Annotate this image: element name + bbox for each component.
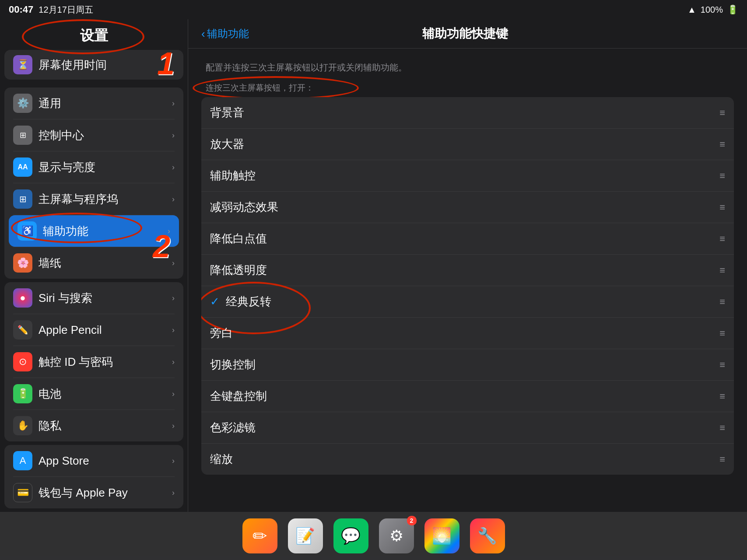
right-header: ‹ 辅助功能 辅助功能快捷键 <box>188 19 747 49</box>
switch-control-drag[interactable]: ≡ <box>719 359 725 371</box>
color-filter-drag[interactable]: ≡ <box>719 422 725 434</box>
rotor-label: 旁白 <box>210 326 719 341</box>
privacy-chevron: › <box>172 421 175 430</box>
home-label: 主屏幕与程序坞 <box>39 192 118 207</box>
battery-label-item: 电池 <box>39 386 61 402</box>
sidebar-item-wallpaper[interactable]: 🌸 墙纸 › <box>4 247 183 279</box>
general-icon: ⚙️ <box>13 94 32 113</box>
bg-sound-drag[interactable]: ≡ <box>719 107 725 119</box>
wallpaper-chevron: › <box>172 259 175 268</box>
display-chevron: › <box>172 163 175 172</box>
accessibility-icon: ♿ <box>18 221 37 241</box>
sidebar-group-1: ⚙️ 通用 › ⊞ 控制中心 › AA 显示与亮度 › ⊞ <box>4 88 183 279</box>
notes-app-icon: 📝 <box>295 527 315 545</box>
sidebar-item-home[interactable]: ⊞ 主屏幕与程序坞 › <box>4 183 183 215</box>
dock-pencil-app[interactable]: ✏ <box>242 518 277 553</box>
back-button[interactable]: ‹ 辅助功能 <box>201 27 249 41</box>
reduce-transparency-drag[interactable]: ≡ <box>719 265 725 276</box>
toolkit-app-icon: 🔧 <box>477 527 497 545</box>
sidebar-item-appstore[interactable]: A App Store › <box>4 445 183 476</box>
sidebar-item-applepencil[interactable]: ✏️ Apple Pencil › <box>4 314 183 346</box>
settings-row-switch-control[interactable]: 切换控制 ≡ <box>201 349 734 381</box>
settings-row-bg-sound[interactable]: 背景音 ≡ <box>201 97 734 129</box>
sidebar-item-general[interactable]: ⚙️ 通用 › <box>4 88 183 119</box>
wallpaper-label: 墙纸 <box>39 256 61 271</box>
full-keyboard-label: 全键盘控制 <box>210 388 719 404</box>
battery-icon-item: 🔋 <box>13 384 32 403</box>
battery-label: 100% <box>701 5 723 15</box>
dock-photos-app[interactable]: 🌅 <box>424 518 459 553</box>
sidebar-title: 设置 <box>9 26 179 46</box>
sidebar: 设置 1 ⏳ 屏幕使用时间 ⚙️ 通用 › ⊞ 控制中心 <box>0 19 188 512</box>
display-icon: AA <box>13 158 32 177</box>
wallet-chevron: › <box>172 488 175 497</box>
touchid-label: 触控 ID 与密码 <box>39 354 113 370</box>
wifi-icon: ▲ <box>687 5 696 15</box>
privacy-icon: ✋ <box>13 416 32 435</box>
settings-row-reduce-white[interactable]: 降低白点值 ≡ <box>201 223 734 255</box>
settings-app-icon: ⚙ <box>389 527 403 545</box>
reduce-motion-label: 减弱动态效果 <box>210 200 719 215</box>
sidebar-item-accessibility[interactable]: ♿ 辅助功能 › 2 <box>9 215 179 247</box>
rotor-drag[interactable]: ≡ <box>719 328 725 339</box>
settings-row-magnifier[interactable]: 放大器 ≡ <box>201 129 734 160</box>
settings-badge: 2 <box>407 516 417 525</box>
status-bar: 00:47 12月17日周五 ▲ 100% 🔋 <box>0 0 747 19</box>
assistive-touch-drag[interactable]: ≡ <box>719 170 725 182</box>
settings-row-color-filter[interactable]: 色彩滤镜 ≡ <box>201 412 734 444</box>
appstore-icon: A <box>13 451 32 470</box>
back-chevron-icon: ‹ <box>201 27 205 41</box>
control-icon: ⊞ <box>13 126 32 145</box>
zoom-label: 缩放 <box>210 452 719 467</box>
status-time: 00:47 <box>9 4 33 15</box>
siri-label: Siri 与搜索 <box>39 290 92 306</box>
privacy-label: 隐私 <box>39 418 61 434</box>
classic-invert-drag[interactable]: ≡ <box>719 296 725 308</box>
dock-toolkit-app[interactable]: 🔧 <box>470 518 505 553</box>
magnifier-drag[interactable]: ≡ <box>719 139 725 150</box>
zoom-drag[interactable]: ≡ <box>719 454 725 465</box>
reduce-white-label: 降低白点值 <box>210 231 719 246</box>
reduce-motion-drag[interactable]: ≡ <box>719 202 725 213</box>
full-keyboard-drag[interactable]: ≡ <box>719 391 725 402</box>
appstore-chevron: › <box>172 456 175 466</box>
dock-notes-app[interactable]: 📝 <box>288 518 323 553</box>
screentime-icon: ⏳ <box>13 55 32 74</box>
sidebar-item-wallet[interactable]: 💳 钱包与 Apple Pay › <box>4 477 183 508</box>
switch-control-label: 切换控制 <box>210 357 719 372</box>
sidebar-item-touchid[interactable]: ⊙ 触控 ID 与密码 › <box>4 346 183 378</box>
settings-row-full-keyboard[interactable]: 全键盘控制 ≡ <box>201 381 734 412</box>
section-header: 连按三次主屏幕按钮，打开： 4 <box>201 82 734 94</box>
siri-chevron: › <box>172 294 175 303</box>
sidebar-item-screentime[interactable]: ⏳ 屏幕使用时间 <box>4 50 183 80</box>
sidebar-group-2: ● Siri 与搜索 › ✏️ Apple Pencil › ⊙ 触控 ID 与… <box>4 282 183 441</box>
sidebar-list: ⚙️ 通用 › ⊞ 控制中心 › AA 显示与亮度 › ⊞ <box>0 84 188 512</box>
touchid-chevron: › <box>172 357 175 367</box>
battery-icon: 🔋 <box>727 4 738 15</box>
control-chevron: › <box>172 131 175 140</box>
sidebar-item-privacy[interactable]: ✋ 隐私 › <box>4 410 183 441</box>
sidebar-group-3: A App Store › 💳 钱包与 Apple Pay › <box>4 445 183 508</box>
classic-invert-check: ✓ <box>210 295 220 308</box>
siri-icon: ● <box>13 288 32 308</box>
dock-settings-app[interactable]: ⚙ 2 <box>379 518 414 553</box>
sidebar-item-siri[interactable]: ● Siri 与搜索 › <box>4 282 183 314</box>
reduce-white-drag[interactable]: ≡ <box>719 233 725 245</box>
dock-wechat-app[interactable]: 💬 <box>333 518 368 553</box>
settings-row-reduce-transparency[interactable]: 降低透明度 ≡ <box>201 255 734 286</box>
applepencil-icon: ✏️ <box>13 320 32 340</box>
main-content: 设置 1 ⏳ 屏幕使用时间 ⚙️ 通用 › ⊞ 控制中心 <box>0 19 747 512</box>
wallet-icon: 💳 <box>13 483 32 502</box>
sidebar-item-control[interactable]: ⊞ 控制中心 › <box>4 119 183 151</box>
settings-row-classic-invert[interactable]: ✓ 经典反转 ≡ 3 <box>201 286 734 318</box>
bg-sound-label: 背景音 <box>210 105 719 120</box>
dock: ✏ 📝 💬 ⚙ 2 🌅 🔧 <box>0 512 747 560</box>
sidebar-item-display[interactable]: AA 显示与亮度 › <box>4 151 183 183</box>
settings-row-assistive-touch[interactable]: 辅助触控 ≡ <box>201 160 734 192</box>
sidebar-item-battery[interactable]: 🔋 电池 › <box>4 378 183 410</box>
reduce-transparency-label: 降低透明度 <box>210 262 719 278</box>
settings-row-rotor[interactable]: 旁白 ≡ <box>201 318 734 349</box>
accessibility-label: 辅助功能 <box>43 224 88 239</box>
settings-row-zoom[interactable]: 缩放 ≡ <box>201 444 734 475</box>
settings-row-reduce-motion[interactable]: 减弱动态效果 ≡ <box>201 192 734 223</box>
